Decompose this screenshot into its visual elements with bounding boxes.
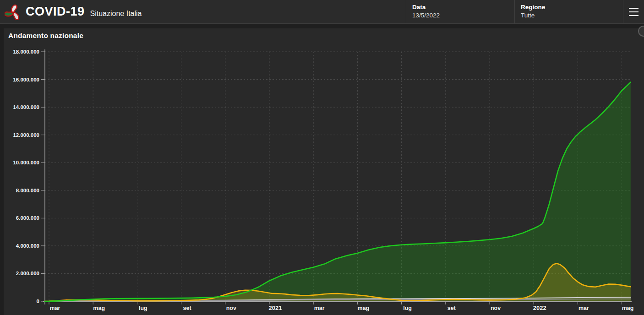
x-tick-label: mar xyxy=(314,305,325,311)
y-tick-label: 4.000.000 xyxy=(16,243,39,249)
x-tick-label: 2022 xyxy=(533,304,546,311)
x-tick-label: lug xyxy=(403,305,412,311)
x-tick-label: nov xyxy=(226,305,236,311)
x-tick-label: mar xyxy=(50,305,60,311)
y-tick-label: 12.000.000 xyxy=(13,132,39,138)
x-tick-label: mag xyxy=(622,305,634,311)
x-tick-label: 2021 xyxy=(269,304,282,311)
x-tick-label: mag xyxy=(93,305,105,311)
y-tick-label: 16.000.000 xyxy=(13,77,39,82)
y-tick-label: 10.000.000 xyxy=(13,160,39,165)
serie-verde-area xyxy=(45,82,631,301)
national-trend-chart[interactable]: 02.000.0004.000.0006.000.0008.000.00010.… xyxy=(0,0,644,315)
y-tick-label: 8.000.000 xyxy=(16,188,39,193)
y-tick-label: 18.000.000 xyxy=(13,49,39,54)
page: COVID-19 Situazione Italia Data 13/5/202… xyxy=(0,0,644,315)
y-tick-label: 0 xyxy=(37,299,39,304)
x-tick-label: lug xyxy=(139,305,147,311)
x-tick-label: mar xyxy=(579,305,589,311)
x-tick-label: mag xyxy=(358,305,370,311)
x-tick-label: nov xyxy=(491,305,501,311)
x-tick-label: set xyxy=(183,305,192,311)
y-tick-label: 6.000.000 xyxy=(16,215,39,221)
y-tick-label: 14.000.000 xyxy=(13,104,39,110)
x-tick-label: set xyxy=(448,305,456,311)
y-tick-label: 2.000.000 xyxy=(16,271,39,276)
chart-panel: Andamento nazionale 02.000.0004.000.0006… xyxy=(4,28,644,315)
